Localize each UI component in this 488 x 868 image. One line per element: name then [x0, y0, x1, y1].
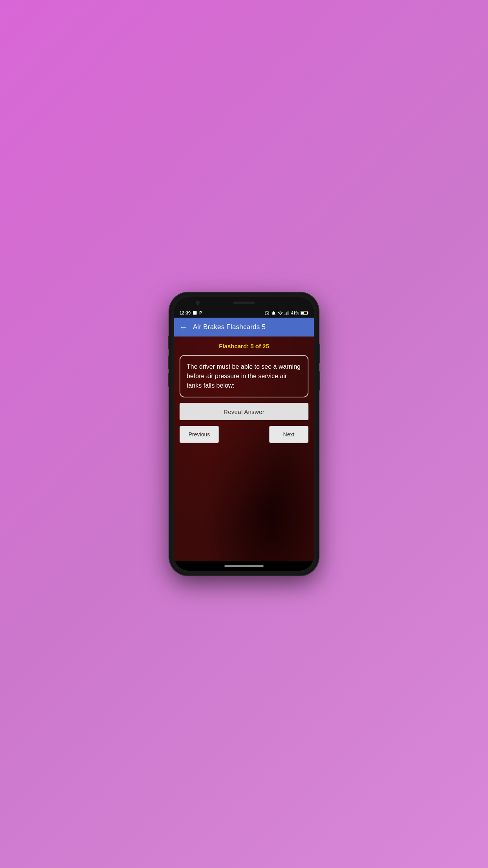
battery-icon: [301, 311, 308, 315]
parking-icon: P: [199, 311, 202, 315]
svg-rect-0: [285, 314, 286, 315]
camera-lens: [196, 301, 200, 305]
status-left: 12:39 P: [180, 311, 202, 315]
status-right-icons: 41%: [264, 311, 308, 316]
svg-rect-2: [286, 312, 287, 315]
phone-frame: 12:39 P: [169, 292, 319, 576]
main-content: Flashcard: 5 of 25 The driver must be ab…: [174, 337, 314, 561]
home-bar[interactable]: [224, 565, 264, 567]
phone-screen: 12:39 P: [174, 297, 314, 571]
svg-rect-3: [288, 311, 288, 315]
phone-notch: [174, 297, 314, 308]
wifi-icon: [278, 311, 283, 316]
status-bar: 12:39 P: [174, 308, 314, 318]
mute-icon: [271, 311, 276, 316]
app-bar-title: Air Brakes Flashcards 5: [193, 323, 266, 331]
svg-rect-6: [308, 312, 308, 313]
next-button[interactable]: Next: [269, 426, 308, 443]
home-bar-area: [174, 561, 314, 571]
reveal-answer-button[interactable]: Reveal Answer: [180, 403, 308, 420]
battery-level: 41%: [291, 311, 299, 315]
flashcard-card: The driver must be able to see a warning…: [180, 355, 308, 397]
alarm-icon: [264, 311, 270, 316]
photo-icon: [193, 311, 197, 315]
question-text: The driver must be able to see a warning…: [187, 363, 301, 389]
svg-rect-4: [288, 311, 289, 315]
status-time: 12:39: [180, 311, 191, 315]
app-bar: ← Air Brakes Flashcards 5: [174, 318, 314, 337]
signal-icon: [284, 311, 290, 316]
svg-rect-1: [286, 313, 286, 314]
flashcard-counter: Flashcard: 5 of 25: [180, 343, 308, 349]
speaker-grille: [233, 302, 255, 304]
svg-rect-7: [301, 312, 304, 314]
back-button[interactable]: ←: [180, 323, 187, 331]
previous-button[interactable]: Previous: [180, 426, 219, 443]
navigation-buttons: Previous Next: [180, 426, 308, 443]
